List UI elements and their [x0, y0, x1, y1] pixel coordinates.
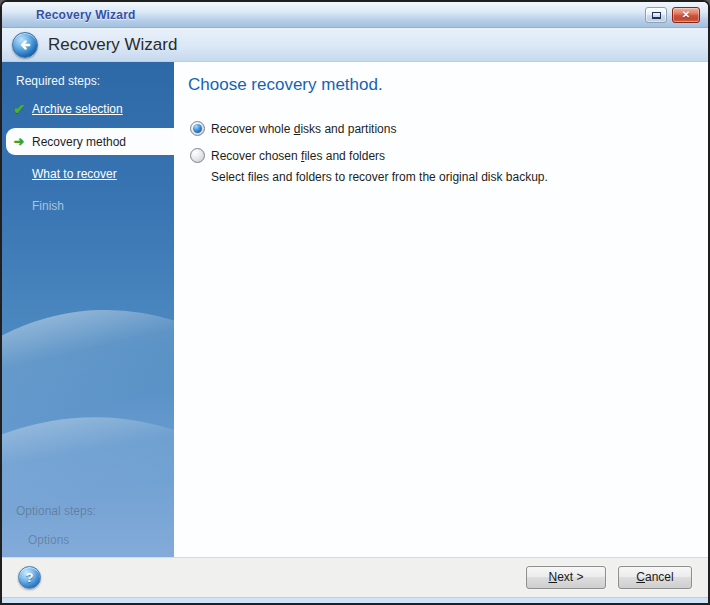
steps-sidebar: Required steps: ✔ Archive selection ➜ Re…: [2, 62, 174, 557]
current-step-arrow-icon: ➜: [10, 134, 28, 149]
restore-icon: [652, 12, 661, 19]
footer-bar: ? Next > Cancel: [2, 557, 708, 597]
step-label: Recovery method: [32, 135, 126, 149]
sidebar-item-what-to-recover[interactable]: What to recover: [2, 161, 174, 187]
window-title: Recovery Wizard: [36, 8, 136, 22]
close-icon: ✕: [682, 9, 690, 20]
window-bottom-strip: [2, 597, 708, 603]
close-button[interactable]: ✕: [672, 7, 700, 23]
check-icon: ✔: [10, 101, 28, 117]
back-button[interactable]: [12, 32, 38, 58]
option-description: Select files and folders to recover from…: [211, 170, 708, 184]
help-icon: ?: [26, 570, 34, 585]
page-title: Recovery Wizard: [48, 35, 177, 55]
next-button[interactable]: Next >: [526, 566, 606, 589]
main-content: Choose recovery method. Recover whole di…: [174, 62, 708, 557]
titlebar[interactable]: Recovery Wizard ✕: [2, 2, 708, 28]
sidebar-item-recovery-method[interactable]: ➜ Recovery method: [6, 128, 174, 155]
sidebar-item-archive-selection[interactable]: ✔ Archive selection: [2, 96, 174, 122]
step-label[interactable]: Archive selection: [32, 102, 123, 116]
cancel-button[interactable]: Cancel: [618, 566, 692, 589]
required-steps-label: Required steps:: [2, 62, 174, 88]
optional-steps-label: Optional steps:: [2, 504, 174, 518]
step-label: Finish: [32, 199, 64, 213]
radio-button-unselected[interactable]: [190, 148, 205, 163]
sidebar-item-finish: Finish: [2, 193, 174, 219]
wizard-body: Required steps: ✔ Archive selection ➜ Re…: [2, 62, 708, 557]
radio-label[interactable]: Recover chosen files and folders: [211, 149, 385, 163]
sidebar-item-options: Options: [2, 533, 174, 547]
recovery-wizard-window: Recovery Wizard ✕ Recovery Wizard Requir…: [0, 0, 710, 605]
radio-label[interactable]: Recover whole disks and partitions: [211, 122, 396, 136]
help-button[interactable]: ?: [18, 566, 41, 589]
radio-option-files-folders[interactable]: Recover chosen files and folders: [190, 148, 708, 163]
radio-option-whole-disks[interactable]: Recover whole disks and partitions: [190, 121, 708, 136]
content-heading: Choose recovery method.: [188, 75, 708, 95]
window-controls: ✕: [645, 7, 700, 23]
step-label[interactable]: What to recover: [32, 167, 117, 181]
restore-button[interactable]: [645, 7, 667, 23]
back-arrow-icon: [17, 37, 33, 53]
radio-button-selected[interactable]: [190, 121, 205, 136]
wizard-header: Recovery Wizard: [2, 28, 708, 62]
